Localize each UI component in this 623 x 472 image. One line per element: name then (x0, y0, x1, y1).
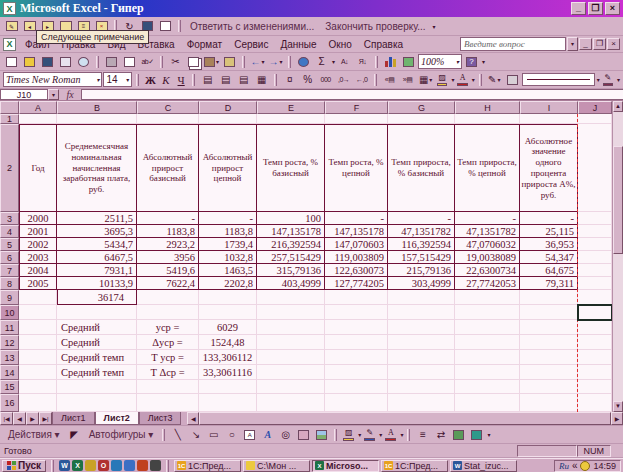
clipart-icon[interactable] (295, 427, 312, 442)
cell-F15[interactable] (325, 380, 388, 394)
format-painter-icon[interactable] (221, 54, 238, 69)
cell-I11[interactable] (520, 320, 578, 335)
cell-G4[interactable]: 47,1351782 (388, 225, 455, 238)
cell-J14[interactable] (578, 365, 612, 380)
cell-D9[interactable] (199, 290, 257, 305)
cell-H4[interactable]: 47,1351782 (455, 225, 520, 238)
toolbar-options-icon[interactable]: ▾ (487, 431, 490, 438)
cell-E2[interactable]: Темп роста, % базисный (257, 124, 325, 212)
sheet-tab-Лист3[interactable]: Лист3 (139, 412, 182, 425)
cell-B13[interactable]: Средний темп (57, 350, 137, 365)
cell-H9[interactable] (455, 290, 520, 305)
cell-F8[interactable]: 127,774205 (325, 277, 388, 290)
cell-J6[interactable] (578, 251, 612, 264)
cell-D6[interactable]: 1032,8 (199, 251, 257, 264)
cell-J8[interactable] (578, 277, 612, 290)
first-sheet-icon[interactable]: |◀ (0, 412, 13, 425)
cell-H12[interactable] (455, 335, 520, 350)
cell-A3[interactable]: 2000 (19, 212, 57, 225)
cell-G6[interactable]: 157,515429 (388, 251, 455, 264)
cell-I15[interactable] (520, 380, 578, 394)
cell-A7[interactable]: 2004 (19, 264, 57, 277)
cell-D14[interactable]: 33,3061116 (199, 365, 257, 380)
task-button[interactable]: 1С1С:Пред... (174, 460, 241, 472)
cell-D16[interactable] (199, 394, 257, 412)
text-box-icon[interactable]: A (241, 427, 258, 442)
cell-F4[interactable]: 147,135178 (325, 225, 388, 238)
cell-E15[interactable] (257, 380, 325, 394)
cell-G3[interactable]: - (388, 212, 455, 225)
increase-indent-icon[interactable]: »▤ (399, 72, 416, 87)
cell-E14[interactable] (257, 365, 325, 380)
scroll-left-icon[interactable]: ◀ (187, 412, 199, 425)
font-color-icon[interactable]: А (455, 73, 469, 87)
cell-B16[interactable] (57, 394, 137, 412)
cell-G9[interactable] (388, 290, 455, 305)
font-color-dropdown-icon[interactable]: ▾ (400, 431, 403, 438)
line-color-icon[interactable]: ✎ (601, 73, 615, 87)
insert-function-icon[interactable]: fx (59, 89, 81, 100)
bold-button[interactable]: Ж (143, 74, 157, 86)
select-all-corner[interactable] (0, 101, 19, 114)
new-document-icon[interactable] (3, 54, 20, 69)
search-icon[interactable] (75, 54, 92, 69)
cell-J15[interactable] (578, 380, 612, 394)
erase-border-icon[interactable] (504, 72, 521, 87)
ask-question-dropdown-icon[interactable]: ▾ (567, 37, 578, 51)
cell-C2[interactable]: Абсолютный прирост базисный (137, 124, 199, 212)
cell-H1[interactable] (455, 114, 520, 124)
cell-A15[interactable] (19, 380, 57, 394)
row-header-11[interactable]: 11 (0, 320, 19, 335)
rectangle-icon[interactable]: ▭ (205, 427, 222, 442)
cell-J2[interactable] (578, 124, 612, 212)
vertical-scroll-thumb[interactable] (613, 146, 623, 254)
wordart-icon[interactable]: А (259, 427, 276, 442)
cell-F6[interactable]: 119,003809 (325, 251, 388, 264)
excel-app-icon[interactable]: X (3, 2, 16, 15)
cell-B3[interactable]: 2511,5 (57, 212, 137, 225)
cell-H13[interactable] (455, 350, 520, 365)
task-button[interactable]: 1С1С:Пред... (381, 460, 448, 472)
cell-E5[interactable]: 216,392594 (257, 238, 325, 251)
cell-E9[interactable] (257, 290, 325, 305)
cell-F9[interactable] (325, 290, 388, 305)
print-preview-icon[interactable] (121, 54, 138, 69)
cell-C11[interactable]: уср = (137, 320, 199, 335)
column-header-B[interactable]: B (57, 101, 137, 114)
cell-I3[interactable]: - (520, 212, 578, 225)
column-header-A[interactable]: A (19, 101, 57, 114)
send-mail-icon[interactable] (157, 19, 174, 34)
print-icon[interactable] (103, 54, 120, 69)
cell-A9[interactable] (19, 290, 57, 305)
cell-C6[interactable]: 3956 (137, 251, 199, 264)
cell-H16[interactable] (455, 394, 520, 412)
cell-H7[interactable]: 22,6300734 (455, 264, 520, 277)
merge-center-icon[interactable]: ▦ (253, 72, 270, 87)
cell-E16[interactable] (257, 394, 325, 412)
clock-icon[interactable] (580, 461, 590, 471)
borders-icon[interactable]: ▦▾ (417, 72, 434, 87)
fill-color-dropdown-icon[interactable]: ▾ (358, 431, 361, 438)
cell-B10[interactable] (57, 305, 137, 320)
cell-I1[interactable] (520, 114, 578, 124)
fill-color-icon[interactable]: ▨ (435, 73, 449, 87)
cell-I6[interactable]: 54,347 (520, 251, 578, 264)
task-button[interactable]: С:\Мон ... (243, 460, 310, 472)
cell-D15[interactable] (199, 380, 257, 394)
menu-item-Формат[interactable]: Формат (181, 37, 229, 52)
oval-icon[interactable]: ○ (223, 427, 240, 442)
cell-I7[interactable]: 64,675 (520, 264, 578, 277)
draw-border-icon[interactable]: ✎▾ (486, 72, 503, 87)
language-indicator[interactable]: Ru (559, 461, 569, 471)
cell-G15[interactable] (388, 380, 455, 394)
font-size-select[interactable]: 14▾ (103, 72, 132, 87)
column-header-D[interactable]: D (199, 101, 257, 114)
cell-C1[interactable] (137, 114, 199, 124)
cell-A2[interactable]: Год (19, 124, 57, 212)
undo-icon[interactable]: ←▾ (249, 54, 266, 69)
fill-color-icon[interactable]: ▨ (341, 428, 356, 442)
cell-J12[interactable] (578, 335, 612, 350)
column-header-F[interactable]: F (325, 101, 388, 114)
row-header-10[interactable]: 10 (0, 305, 19, 320)
cell-C14[interactable]: Т Δср = (137, 365, 199, 380)
